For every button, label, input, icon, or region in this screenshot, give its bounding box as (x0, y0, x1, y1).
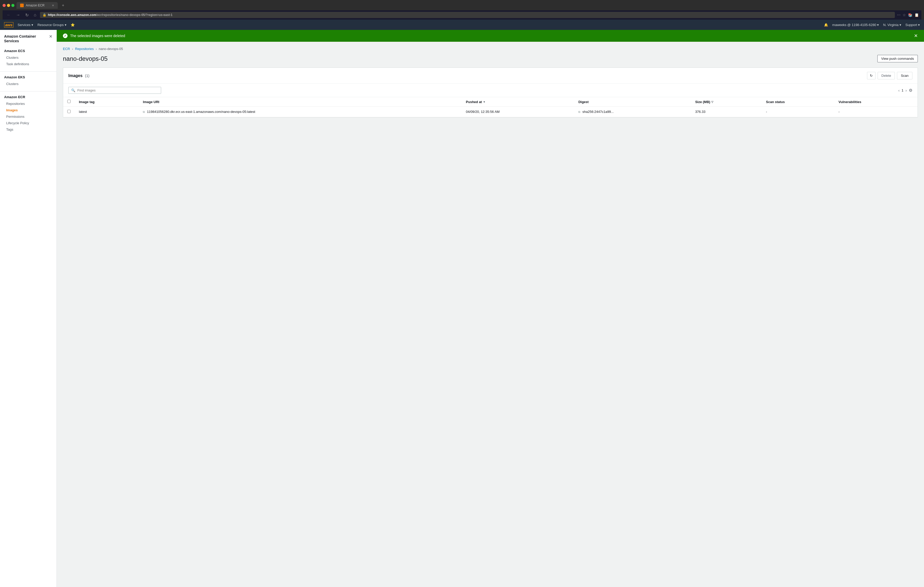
home-button[interactable]: ⌂ (32, 12, 38, 18)
sidebar-item-task-definitions[interactable]: Task definitions (0, 61, 56, 67)
pagination-settings-button[interactable]: ⚙ (909, 88, 912, 93)
sidebar-header: Amazon Container Services ✕ (0, 34, 56, 48)
sidebar-item-tags[interactable]: Tags (0, 126, 56, 133)
forward-button[interactable]: → (15, 12, 21, 18)
bookmark-star-icon[interactable]: ⭐ (71, 23, 75, 27)
breadcrumb-repositories[interactable]: Repositories (75, 47, 94, 51)
sidebar-section-ecs: Amazon ECS Clusters Task definitions (0, 48, 56, 67)
sidebar-item-ecs-clusters[interactable]: Clusters (0, 54, 56, 61)
sidebar-item-eks-clusters[interactable]: Clusters (0, 81, 56, 87)
browser-titlebar: Amazon ECR ✕ + (3, 2, 921, 9)
region-chevron-icon: ▾ (899, 23, 901, 27)
sidebar: Amazon Container Services ✕ Amazon ECS C… (0, 30, 57, 587)
sidebar-item-repositories[interactable]: Repositories (0, 100, 56, 107)
select-all-checkbox[interactable] (67, 100, 71, 103)
table-header-row: Image tag Image URI Pushed at ▼ Digest (63, 97, 917, 107)
refresh-button[interactable]: ↻ (867, 72, 876, 79)
row-checkbox-cell (63, 107, 75, 117)
pushed-at-sort-icon: ▼ (483, 100, 485, 104)
user-chevron-icon: ▾ (877, 23, 879, 27)
pagination: ‹ 1 › ⚙ (898, 88, 912, 93)
digest-icon: ⧉ (578, 110, 580, 113)
search-icon: 🔍 (71, 89, 75, 92)
breadcrumb-ecr[interactable]: ECR (63, 47, 70, 51)
sidebar-title: Amazon Container Services (4, 34, 49, 43)
reload-button[interactable]: ↻ (24, 12, 30, 18)
row-image-tag: latest (75, 107, 139, 117)
table-body: latest ⧉ 119841056280.dkr.ecr.us-east-1.… (63, 107, 917, 117)
user-account-menu[interactable]: maweeks @ 1198-4105-6280 ▾ (832, 23, 879, 27)
page-content: ECR › Repositories › nano-devops-05 nano… (57, 42, 924, 123)
resource-groups-menu[interactable]: Resource Groups ▾ (37, 23, 66, 27)
page-header: nano-devops-05 View push commands (63, 55, 918, 62)
browser-tab[interactable]: Amazon ECR ✕ (16, 2, 58, 9)
table-header: Image tag Image URI Pushed at ▼ Digest (63, 97, 917, 107)
sidebar-item-images[interactable]: Images (0, 107, 56, 113)
th-pushed-at[interactable]: Pushed at ▼ (462, 97, 574, 107)
browser-dots (3, 4, 15, 7)
services-chevron-icon: ▾ (31, 23, 33, 27)
table-row: latest ⧉ 119841056280.dkr.ecr.us-east-1.… (63, 107, 917, 117)
url-text: https://console.aws.amazon.com/ecr/repos… (48, 13, 172, 17)
notification-bell-icon[interactable]: 🔔 (824, 23, 828, 27)
back-button[interactable]: ← (5, 12, 12, 18)
url-bar[interactable]: 🔒 https://console.aws.amazon.com/ecr/rep… (40, 12, 895, 18)
scan-button[interactable]: Scan (897, 72, 912, 79)
sidebar-item-lifecycle-policy[interactable]: Lifecycle Policy (0, 120, 56, 126)
pagination-prev-button[interactable]: ‹ (898, 89, 899, 92)
images-panel: Images (1) ↻ Delete Scan 🔍 (63, 67, 918, 117)
th-scan-status: Scan status (762, 97, 834, 107)
success-banner: ✓ The selected images were deleted ✕ (57, 30, 924, 42)
images-panel-actions: ↻ Delete Scan (867, 72, 912, 79)
bookmark-icon: ☆ (903, 13, 906, 17)
browser-toolbar: ⋯ ☆ 📚 📋 (897, 13, 919, 17)
dot-red[interactable] (3, 4, 6, 7)
extensions-icon: ⋯ (897, 13, 901, 17)
row-digest: ⧉ sha256:2447c1a99... (574, 107, 691, 117)
images-panel-count: (1) (85, 74, 89, 78)
pagination-next-button[interactable]: › (906, 89, 907, 92)
sync-icon: 📋 (914, 13, 919, 17)
success-banner-text: The selected images were deleted (70, 34, 911, 38)
row-checkbox[interactable] (67, 110, 71, 113)
sidebar-item-permissions[interactable]: Permissions (0, 113, 56, 120)
sidebar-close-button[interactable]: ✕ (49, 34, 52, 39)
dot-yellow[interactable] (7, 4, 10, 7)
sidebar-section-eks-header[interactable]: Amazon EKS (0, 74, 56, 81)
breadcrumb-current: nano-devops-05 (99, 47, 123, 51)
resource-groups-chevron-icon: ▾ (65, 23, 66, 27)
new-tab-button[interactable]: + (60, 2, 66, 9)
success-check-icon: ✓ (63, 33, 68, 38)
topnav-right: 🔔 maweeks @ 1198-4105-6280 ▾ N. Virginia… (824, 23, 920, 27)
view-push-commands-button[interactable]: View push commands (877, 55, 918, 62)
sidebar-section-ecr-header[interactable]: Amazon ECR (0, 94, 56, 100)
th-digest: Digest (574, 97, 691, 107)
support-chevron-icon: ▾ (918, 23, 920, 27)
lock-icon: 🔒 (43, 13, 46, 17)
th-select-all (63, 97, 75, 107)
sidebar-section-ecs-header[interactable]: Amazon ECS (0, 48, 56, 54)
pagination-current-page: 1 (902, 89, 903, 92)
images-panel-title: Images (68, 74, 82, 78)
page-title: nano-devops-05 (63, 55, 107, 62)
region-menu[interactable]: N. Virginia ▾ (883, 23, 901, 27)
row-pushed-at: 04/09/20, 12:35:56 AM (462, 107, 574, 117)
support-menu[interactable]: Support ▾ (906, 23, 920, 27)
copy-icon[interactable]: ⧉ (143, 110, 145, 113)
delete-button[interactable]: Delete (878, 72, 895, 79)
th-size[interactable]: Size (MB) ▽ (691, 97, 762, 107)
aws-logo[interactable]: aws (4, 22, 13, 28)
browser-addressbar: ← → ↻ ⌂ 🔒 https://console.aws.amazon.com… (3, 10, 921, 20)
row-image-uri: ⧉ 119841056280.dkr.ecr.us-east-1.amazona… (139, 107, 462, 117)
th-image-tag: Image tag (75, 97, 139, 107)
browser-chrome: Amazon ECR ✕ + ← → ↻ ⌂ 🔒 https://console… (0, 0, 924, 20)
services-menu[interactable]: Services ▾ (18, 23, 33, 27)
banner-close-button[interactable]: ✕ (914, 33, 918, 39)
search-input[interactable] (78, 89, 158, 92)
breadcrumb-sep-1: › (72, 48, 73, 51)
dot-green[interactable] (12, 4, 15, 7)
size-sort-icon: ▽ (711, 100, 713, 104)
tab-close-button[interactable]: ✕ (52, 4, 54, 7)
images-panel-title-area: Images (1) (68, 74, 89, 78)
history-icon: 📚 (908, 13, 912, 17)
